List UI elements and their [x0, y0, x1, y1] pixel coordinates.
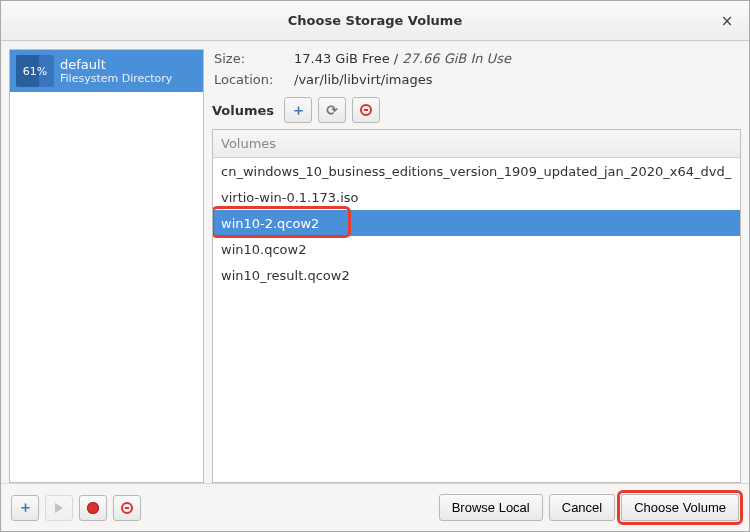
delete-icon [121, 502, 133, 514]
pool-subtitle: Filesystem Directory [60, 72, 172, 85]
refresh-volume-button[interactable]: ⟳ [318, 97, 346, 123]
pool-usage-meter: 61% [16, 55, 54, 87]
add-volume-button[interactable]: ＋ [284, 97, 312, 123]
volume-name: win10-2.qcow2 [221, 216, 319, 231]
volume-toolbar: Volumes ＋ ⟳ [212, 97, 741, 123]
close-button[interactable]: × [717, 11, 737, 31]
size-free: 17.43 GiB Free [294, 51, 390, 66]
volume-name: win10_result.qcow2 [221, 268, 350, 283]
choose-volume-button[interactable]: Choose Volume [621, 494, 739, 521]
delete-volume-button[interactable] [352, 97, 380, 123]
plus-icon: ＋ [291, 101, 306, 120]
location-row: Location: /var/lib/libvirt/images [214, 72, 741, 87]
volume-list-body[interactable]: cn_windows_10_business_editions_version_… [213, 158, 740, 482]
refresh-icon: ⟳ [326, 102, 338, 118]
volume-list: Volumes cn_windows_10_business_editions_… [212, 129, 741, 483]
titlebar: Choose Storage Volume × [1, 1, 749, 41]
start-pool-button[interactable] [45, 495, 73, 521]
window-title: Choose Storage Volume [288, 13, 462, 28]
size-value: 17.43 GiB Free / 27.66 GiB In Use [294, 51, 511, 66]
footer-toolbar: ＋ Browse Local Cancel Choose Volume [1, 483, 749, 531]
delete-icon [360, 104, 372, 116]
size-label: Size: [214, 51, 294, 66]
pool-text: default Filesystem Directory [60, 57, 172, 86]
size-inuse: 27.66 GiB In Use [402, 51, 511, 66]
volume-row[interactable]: win10-2.qcow2 [213, 210, 740, 236]
size-row: Size: 17.43 GiB Free / 27.66 GiB In Use [214, 51, 741, 66]
volume-name: cn_windows_10_business_editions_version_… [221, 164, 731, 179]
add-pool-button[interactable]: ＋ [11, 495, 39, 521]
right-column: Size: 17.43 GiB Free / 27.66 GiB In Use … [212, 49, 741, 483]
pool-usage-percent: 61% [23, 65, 47, 78]
location-label: Location: [214, 72, 294, 87]
stop-pool-button[interactable] [79, 495, 107, 521]
storage-pool-item[interactable]: 61% default Filesystem Directory [10, 50, 203, 92]
pool-name: default [60, 57, 172, 73]
volume-row[interactable]: virtio-win-0.1.173.iso [213, 184, 740, 210]
location-value: /var/lib/libvirt/images [294, 72, 433, 87]
close-icon: × [721, 12, 734, 30]
content-area: 61% default Filesystem Directory Size: 1… [1, 41, 749, 483]
dialog-window: Choose Storage Volume × 61% default File… [0, 0, 750, 532]
volume-row[interactable]: win10.qcow2 [213, 236, 740, 262]
play-icon [55, 503, 63, 513]
delete-pool-button[interactable] [113, 495, 141, 521]
storage-pool-list[interactable]: 61% default Filesystem Directory [9, 49, 204, 483]
size-sep: / [390, 51, 403, 66]
volume-header-label: Volumes [221, 136, 276, 151]
browse-local-button[interactable]: Browse Local [439, 494, 543, 521]
stop-icon [87, 502, 99, 514]
volume-row[interactable]: cn_windows_10_business_editions_version_… [213, 158, 740, 184]
volumes-label: Volumes [212, 103, 274, 118]
volume-name: win10.qcow2 [221, 242, 306, 257]
cancel-button[interactable]: Cancel [549, 494, 615, 521]
plus-icon: ＋ [18, 498, 33, 517]
volume-list-header[interactable]: Volumes [213, 130, 740, 158]
volume-row[interactable]: win10_result.qcow2 [213, 262, 740, 288]
volume-name: virtio-win-0.1.173.iso [221, 190, 359, 205]
